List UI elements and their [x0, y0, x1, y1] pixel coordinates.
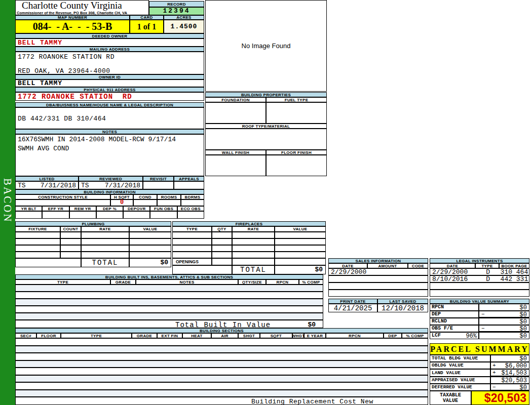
card-header: CARD	[130, 15, 164, 20]
parcel-op	[491, 355, 492, 361]
parcel-label: APPRAISED VALUE	[430, 377, 490, 384]
legal-column-headers: DATE TYPE BOOK PAGE	[430, 263, 529, 268]
revisit-header: REVISIT	[143, 176, 174, 181]
roof-type-header: ROOF TYPE/MATERIAL	[205, 124, 327, 129]
legal-instruments-title: LEGAL INSTRUMENTS	[430, 258, 529, 263]
record-value: 12394	[149, 7, 204, 15]
legal-date: 8/10/2016	[430, 275, 476, 283]
rooms-header: ROOMS	[157, 194, 181, 199]
builtins-grade-header: GRADE	[110, 279, 136, 285]
parcel-label: OBLDG VALUE	[430, 362, 490, 369]
legal-row	[430, 282, 529, 290]
foundation-box	[205, 102, 266, 124]
parcel-value: $14,503	[502, 370, 529, 376]
yrblt-header: YR BLT	[15, 206, 42, 211]
fireplaces-rate-header: RATE	[232, 226, 275, 232]
building-sections-row	[15, 390, 428, 397]
plumbing-row	[15, 238, 171, 245]
bdrms-header: BDRMS	[181, 194, 204, 199]
building-info-row1-headers: CONSTRUCTION STYLE H SQFT COND ROOMS BDR…	[15, 194, 204, 199]
deeded-owner-value: BELL TAMMY	[15, 38, 204, 47]
parcel-op: +	[491, 362, 496, 369]
commissioner-line: Commissioner of the Revenue, PO Box 308,…	[16, 11, 148, 15]
mailing-address-header: MAILING ADDRESS	[15, 47, 204, 52]
legal-bookpage: 310 464	[500, 268, 529, 276]
taxable-value: $20,503	[484, 391, 529, 405]
built-ins-row	[15, 285, 323, 292]
bvs-value: $0	[520, 326, 529, 331]
depovr-header: DEPOVR	[123, 206, 150, 211]
building-replacement-cost-label: Building Replacement Cost New	[251, 398, 373, 405]
built-ins-row	[15, 306, 323, 313]
wall-finish-box	[205, 155, 266, 176]
sales-row: 2/29/2000	[328, 268, 428, 275]
cond-value	[133, 199, 157, 206]
building-info-row2-values	[15, 211, 204, 219]
bs-floor-header: FLOOR	[36, 333, 61, 338]
remyr-header: REM YR	[69, 206, 96, 211]
built-ins-title: BUILDING BUILT INS, BASEMENTS, ATTICS & …	[15, 274, 323, 279]
parcel-label: LAND VALUE	[430, 369, 490, 377]
bs-comp-header: % COMP	[402, 333, 428, 338]
sales-code-header: CODE	[408, 263, 428, 268]
bvs-op	[479, 318, 481, 325]
reviewed-date: 7/31/2018	[105, 182, 140, 189]
county-header-box: Charlotte County Virginia Commissioner o…	[15, 0, 149, 15]
floor-finish-header: FLOOR FINISH	[266, 150, 327, 155]
bvs-row-obs: OBS F/E − $0	[430, 325, 529, 332]
image-placeholder: No Image Found	[205, 0, 327, 92]
bdrms-value	[181, 199, 204, 206]
legal-bookpage: 442 331	[500, 275, 529, 283]
fireplaces-total-row: TOTAL $0	[172, 265, 326, 274]
bvs-value: $0	[520, 333, 529, 339]
sales-row	[328, 282, 428, 290]
bs-rpcn-header: RPCN	[326, 333, 384, 338]
reviewed-value: TS 7/31/2018	[79, 181, 143, 189]
bs-shgt-header: SHGT	[238, 333, 260, 338]
fireplaces-total-value: $0	[275, 265, 326, 274]
legal-description-box: DB 442/331 DB 310/464	[15, 107, 204, 129]
mailing-address-line1: 1772 ROANOKE STATION RD	[16, 52, 204, 61]
sales-date-header: DATE	[328, 263, 367, 268]
plumbing-total-spacer	[15, 258, 81, 267]
no-image-text: No Image Found	[242, 42, 291, 50]
sales-amount-header: AMOUNT	[367, 263, 408, 268]
built-ins-column-headers: TYPE GRADE NOTES QTY/SIZE RPCN % COMP	[15, 279, 323, 285]
map-number-value: 084- - A- - - 53-B	[15, 20, 130, 33]
bvs-value: $0	[520, 311, 529, 317]
mailing-address-box: 1772 ROANOKE STATION RD RED OAK, VA 2396…	[15, 52, 204, 74]
legal-row	[430, 290, 529, 297]
legal-date-header: DATE	[430, 263, 475, 268]
taxable-label-line2: VALUE	[443, 398, 458, 403]
print-date-value: 4/21/2025	[328, 304, 377, 312]
taxable-value-label-box: TAXABLE VALUE	[430, 391, 471, 405]
reviewed-by: TS	[81, 182, 89, 189]
fireplaces-total-label: TOTAL	[232, 265, 275, 274]
effyr-value	[42, 211, 69, 219]
building-sections-row	[15, 353, 428, 360]
sales-column-headers: DATE AMOUNT CODE	[328, 263, 428, 268]
effyr-header: EFF YR	[42, 206, 69, 211]
parcel-label: TOTAL BLDG VALUE	[430, 355, 490, 362]
fireplaces-qty-header: QTY	[212, 226, 232, 232]
building-sections-row	[15, 368, 428, 375]
acres-value: 1.4500	[164, 20, 204, 33]
parcel-row-land: LAND VALUE + $14,503	[430, 369, 529, 377]
reviewed-header: REVIEWED	[79, 176, 143, 181]
bvs-value: $0	[520, 318, 529, 325]
builtins-comp-header: % COMP	[299, 279, 323, 285]
bvs-label: DEP	[430, 311, 479, 318]
parcel-label: DEFERRED VALUE	[430, 384, 490, 391]
plumbing-total-row: TOTAL $0	[15, 258, 171, 267]
print-date-header: PRINT DATE	[328, 299, 377, 304]
building-sections-row	[15, 375, 428, 382]
parcel-value: $6,000	[505, 362, 529, 369]
builtins-qtysize-header: QTY/SIZE	[238, 279, 266, 285]
building-sections-row	[15, 346, 428, 353]
fireplaces-row	[172, 232, 326, 238]
legal-type: D	[476, 268, 500, 276]
built-ins-total-value: $0	[308, 321, 316, 329]
built-ins-row	[15, 292, 323, 299]
floor-finish-box	[266, 155, 327, 176]
sales-row	[328, 290, 428, 297]
